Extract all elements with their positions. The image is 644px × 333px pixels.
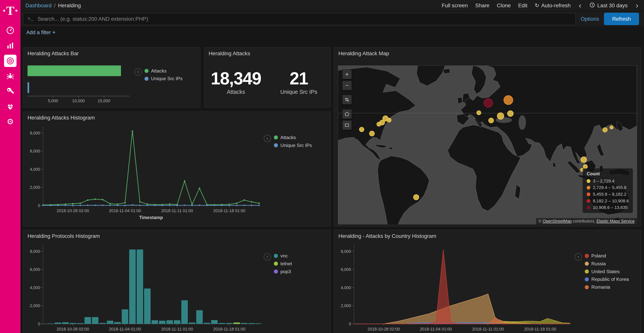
search-box: >_	[23, 13, 576, 25]
legend-toggle-button[interactable]	[134, 68, 142, 76]
panel-attack-map: Heralding Attack Map	[334, 47, 641, 226]
clone-button[interactable]: Clone	[497, 3, 511, 9]
svg-text:2018-11-18 01:00: 2018-11-18 01:00	[213, 208, 246, 213]
svg-text:0: 0	[38, 322, 40, 326]
legend-label: pop3	[280, 269, 291, 274]
legend-color-dot	[585, 285, 589, 289]
chart-legend: PolandRussiaUnited StatesRepublic of Kor…	[574, 253, 629, 290]
legend-label: 3 – 2,729.4	[593, 179, 614, 184]
attacks-bar-chart[interactable]: 5,00010,00015,000	[26, 59, 134, 107]
sidebar-item-analytics[interactable]	[4, 40, 16, 52]
sidebar-item-dashboard[interactable]	[4, 24, 16, 37]
time-back-chevron-icon[interactable]: ‹	[578, 2, 582, 10]
add-filter-link[interactable]: Add a filter+	[26, 30, 56, 36]
search-input[interactable]	[36, 15, 571, 22]
telekom-logo[interactable]: T	[0, 0, 20, 21]
panel-attacks-bar: Heralding Attacks Bar 5,00010,00015,000 …	[23, 47, 200, 108]
sidebar-item-spiderfoot[interactable]	[4, 70, 16, 82]
legend-color-dot	[585, 254, 589, 258]
draw-rectangle-icon[interactable]	[342, 120, 352, 130]
svg-text:6,000: 6,000	[341, 267, 351, 272]
legend-item[interactable]: United States	[585, 269, 629, 274]
chart-legend: AttacksUnique Src IPs	[134, 68, 183, 82]
legend-item[interactable]: Unique Src IPs	[274, 143, 312, 148]
auto-refresh-button[interactable]: Auto-refresh	[535, 2, 570, 9]
legend-label: Attacks	[151, 68, 166, 74]
panel-title: Heralding Attacks	[204, 48, 330, 58]
full-screen-button[interactable]: Full screen	[442, 3, 468, 9]
svg-text:4,000: 4,000	[341, 285, 351, 290]
sidebar-item-health[interactable]	[4, 100, 16, 113]
time-range-picker[interactable]: Last 30 days	[590, 2, 628, 9]
heart-pulse-icon	[6, 102, 15, 111]
legend-item[interactable]: 8,182.2 – 10,908.6	[587, 199, 629, 203]
draw-polygon-icon[interactable]	[342, 109, 352, 119]
legend-item[interactable]: Republic of Korea	[585, 277, 629, 282]
legend-item[interactable]: 2,729.4 – 5,455.8	[587, 185, 629, 190]
legend-color-dot	[587, 206, 590, 209]
wrench-icon	[6, 87, 15, 96]
time-forward-chevron-icon[interactable]: ›	[635, 2, 639, 10]
map-count-legend: Count 3 – 2,729.42,729.4 – 5,455.85,455.…	[583, 168, 633, 213]
legend-item[interactable]: Attacks	[274, 135, 312, 140]
zoom-in-button[interactable]: +	[342, 70, 352, 79]
gear-icon: ⚙	[7, 118, 14, 126]
svg-text:2018-11-18 01:00: 2018-11-18 01:00	[524, 327, 556, 331]
legend-item[interactable]: 10,908.6 – 13,635	[587, 205, 629, 210]
legend-item[interactable]: Attacks	[144, 68, 183, 74]
breadcrumb-separator: /	[54, 3, 56, 9]
legend-list: PolandRussiaUnited StatesRepublic of Kor…	[585, 253, 629, 290]
share-button[interactable]: Share	[475, 3, 489, 9]
svg-text:2018-10-28 02:00: 2018-10-28 02:00	[57, 208, 89, 213]
legend-color-dot	[274, 135, 278, 139]
fit-bounds-crop-icon[interactable]	[342, 95, 352, 105]
metrics-row: 18,349 Attacks 21 Unique Src IPs	[204, 69, 330, 95]
map-attribution: © OpenStreetMap contributors, Elastic Ma…	[536, 218, 637, 225]
legend-item[interactable]: pop3	[274, 269, 292, 274]
legend-color-dot	[587, 199, 590, 203]
legend-label: Poland	[591, 253, 606, 259]
legend-item[interactable]: 5,455.8 – 8,182.2	[587, 192, 629, 197]
openstreetmap-link[interactable]: OpenStreetMap	[542, 219, 572, 223]
legend-item[interactable]: vnc	[274, 253, 292, 259]
legend-item[interactable]: Unique Src IPs	[144, 76, 183, 81]
legend-item[interactable]: Russia	[585, 261, 629, 266]
edit-button[interactable]: Edit	[518, 3, 527, 9]
metric-attacks: 18,349 Attacks	[204, 69, 268, 95]
map-legend-list: 3 – 2,729.42,729.4 – 5,455.85,455.8 – 8,…	[587, 179, 629, 210]
elastic-maps-service-link[interactable]: Elastic Maps Service	[596, 219, 634, 223]
metric-value: 21	[268, 69, 330, 88]
top-navigation-bar: Dashboard / Heralding Full screen Share …	[20, 0, 644, 12]
svg-text:10,000: 10,000	[72, 99, 85, 103]
add-filter-label: Add a filter	[26, 30, 51, 35]
legend-item[interactable]: telnet	[274, 261, 292, 266]
legend-item[interactable]: 3 – 2,729.4	[587, 179, 629, 184]
legend-label: 5,455.8 – 8,182.2	[593, 192, 626, 197]
legend-toggle-button[interactable]	[574, 253, 582, 260]
legend-label: 2,729.4 – 5,455.8	[593, 185, 626, 190]
sidebar-item-settings[interactable]: ⚙	[4, 116, 16, 128]
metric-label: Unique Src IPs	[268, 89, 330, 95]
svg-text:2018-11-11 01:00: 2018-11-11 01:00	[162, 208, 193, 213]
svg-text:2018-10-28 02:00: 2018-10-28 02:00	[368, 327, 400, 331]
legend-color-dot	[585, 277, 589, 281]
svg-text:2018-11-04 01:00: 2018-11-04 01:00	[420, 327, 452, 331]
protocols-bar-chart[interactable]: 02,0004,0006,0008,0002018-10-28 02:00201…	[24, 239, 262, 333]
world-map[interactable]: + − Count 3 – 2,72	[338, 65, 637, 225]
legend-item[interactable]: Romania	[585, 284, 629, 290]
query-options-link[interactable]: Options	[580, 16, 599, 22]
app: T	[0, 0, 644, 333]
legend-toggle-button[interactable]	[264, 135, 271, 142]
attribution-text: contributors,	[572, 219, 597, 223]
sidebar-item-attack-dashboard[interactable]	[4, 55, 16, 67]
legend-toggle-button[interactable]	[264, 253, 271, 260]
attacks-line-chart[interactable]: 02,0004,0006,0008,0002018-10-28 02:00201…	[24, 121, 262, 224]
legend-item[interactable]: Poland	[585, 253, 629, 259]
sidebar-item-tools[interactable]	[4, 85, 16, 97]
legend-color-dot	[274, 269, 278, 273]
country-area-chart[interactable]: 02,0004,0006,0008,0002018-10-28 02:00201…	[335, 239, 572, 333]
zoom-out-button[interactable]: −	[342, 81, 352, 90]
refresh-button[interactable]: Refresh	[604, 13, 639, 25]
breadcrumb-dashboard-link[interactable]: Dashboard	[26, 3, 52, 9]
sidebar: T	[0, 0, 20, 333]
